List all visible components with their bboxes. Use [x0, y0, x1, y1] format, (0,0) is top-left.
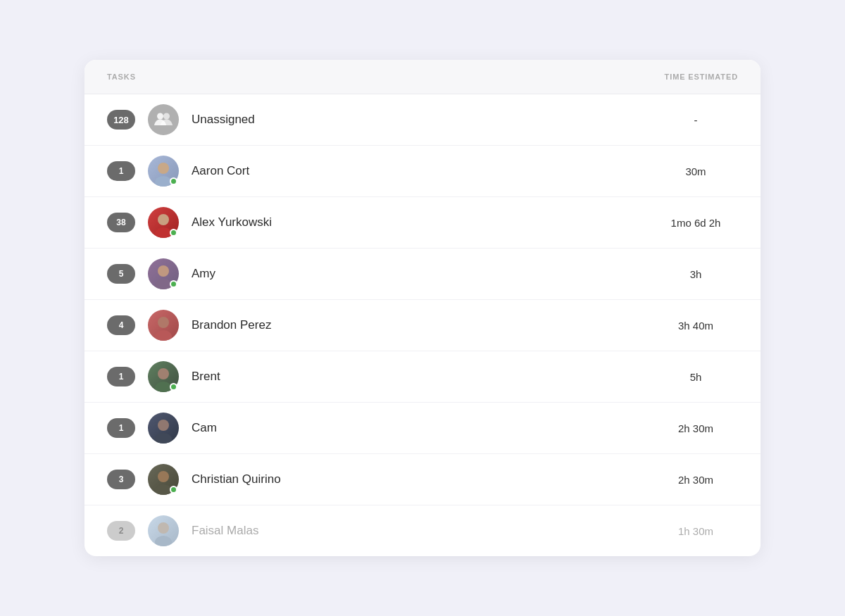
tasks-column-header: TASKS — [107, 73, 136, 81]
task-count-badge: 1 — [107, 418, 135, 438]
person-name-unassigned: Unassigned — [192, 113, 255, 127]
avatar-wrap-alex — [148, 207, 179, 238]
table-row[interactable]: 2 Faisal Malas 1h 30m — [84, 505, 760, 556]
table-row[interactable]: 1 Cam 2h 30m — [84, 403, 760, 454]
time-estimate-faisal: 1h 30m — [653, 525, 738, 537]
online-indicator — [170, 280, 177, 288]
task-count-badge: 3 — [107, 470, 135, 489]
svg-point-17 — [155, 536, 172, 546]
online-indicator — [170, 177, 177, 185]
task-count-badge: 1 — [107, 161, 135, 181]
person-name-aaron: Aaron Cort — [192, 164, 249, 178]
svg-point-6 — [158, 265, 169, 277]
avatar-wrap-faisal — [148, 515, 179, 546]
time-estimate-alex: 1mo 6d 2h — [653, 217, 738, 229]
person-name-alex: Alex Yurkowski — [192, 215, 272, 230]
avatar-wrap-aaron — [148, 156, 179, 187]
table-row[interactable]: 1 Aaron Cort 30m — [84, 146, 760, 197]
avatar-wrap-cam — [148, 413, 179, 444]
task-count-badge: 1 — [107, 367, 135, 386]
table-body: 128 Unassigned - 1 — [84, 94, 760, 556]
online-indicator — [170, 383, 177, 391]
main-card: TASKS TIME ESTIMATED 128 Unassigned - 1 — [84, 60, 760, 556]
row-left-unassigned: 128 Unassigned — [107, 104, 255, 135]
time-estimate-brent: 5h — [653, 371, 738, 383]
row-left-amy: 5 Amy — [107, 258, 215, 289]
task-count-badge: 4 — [107, 315, 135, 335]
row-left-christian: 3 Christian Quirino — [107, 464, 281, 495]
svg-point-0 — [157, 113, 163, 120]
time-column-header: TIME ESTIMATED — [665, 73, 738, 81]
task-count-badge: 5 — [107, 264, 135, 284]
online-indicator — [170, 486, 177, 494]
svg-point-14 — [158, 471, 169, 482]
row-left-brent: 1 Brent — [107, 361, 220, 392]
svg-point-8 — [158, 317, 169, 328]
time-estimate-brandon: 3h 40m — [653, 320, 738, 332]
table-row[interactable]: 128 Unassigned - — [84, 94, 760, 146]
table-row[interactable]: 4 Brandon Perez 3h 40m — [84, 300, 760, 351]
table-header: TASKS TIME ESTIMATED — [84, 60, 760, 94]
avatar-wrap-brent — [148, 361, 179, 392]
table-row[interactable]: 3 Christian Quirino 2h 30m — [84, 454, 760, 505]
table-row[interactable]: 5 Amy 3h — [84, 249, 760, 300]
task-count-badge: 128 — [107, 110, 135, 130]
avatar-wrap-amy — [148, 258, 179, 289]
avatar-wrap-brandon — [148, 310, 179, 341]
svg-point-2 — [158, 163, 169, 174]
avatar-wrap-unassigned — [148, 104, 179, 135]
person-name-cam: Cam — [192, 421, 217, 435]
person-name-christian: Christian Quirino — [192, 472, 281, 486]
person-name-faisal: Faisal Malas — [192, 524, 258, 538]
row-left-cam: 1 Cam — [107, 413, 217, 444]
person-name-brent: Brent — [192, 370, 220, 384]
row-left-aaron: 1 Aaron Cort — [107, 156, 249, 187]
row-left-alex: 38 Alex Yurkowski — [107, 207, 272, 238]
svg-point-13 — [155, 433, 172, 444]
svg-point-10 — [158, 368, 169, 379]
svg-point-12 — [158, 420, 169, 431]
time-estimate-aaron: 30m — [653, 165, 738, 177]
task-count-badge: 38 — [107, 213, 135, 232]
row-left-brandon: 4 Brandon Perez — [107, 310, 271, 341]
table-row[interactable]: 38 Alex Yurkowski 1mo 6d 2h — [84, 197, 760, 249]
time-estimate-unassigned: - — [653, 114, 738, 126]
avatar-wrap-christian — [148, 464, 179, 495]
time-estimate-christian: 2h 30m — [653, 474, 738, 486]
person-name-amy: Amy — [192, 267, 215, 281]
avatar-cam — [148, 413, 179, 444]
svg-point-16 — [158, 522, 169, 534]
svg-point-9 — [155, 330, 172, 341]
svg-point-1 — [163, 113, 170, 120]
avatar-brandon — [148, 310, 179, 341]
svg-point-4 — [158, 214, 169, 225]
table-row[interactable]: 1 Brent 5h — [84, 351, 760, 403]
avatar-unassigned — [148, 104, 179, 135]
avatar-faisal — [148, 515, 179, 546]
online-indicator — [170, 229, 177, 237]
time-estimate-cam: 2h 30m — [653, 422, 738, 434]
row-left-faisal: 2 Faisal Malas — [107, 515, 258, 546]
person-name-brandon: Brandon Perez — [192, 318, 271, 332]
time-estimate-amy: 3h — [653, 268, 738, 280]
task-count-badge: 2 — [107, 521, 135, 541]
